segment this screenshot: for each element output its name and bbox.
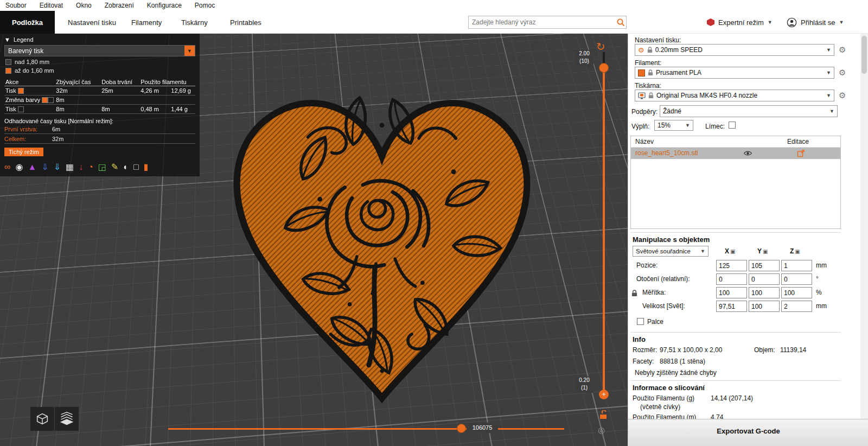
print-settings-value: 0.20mm SPEED xyxy=(655,46,824,54)
position-y-field[interactable] xyxy=(749,260,780,271)
shells-icon[interactable]: □ xyxy=(133,162,139,172)
stealth-mode-button[interactable]: Tichý režim xyxy=(4,148,43,156)
edit-object-icon[interactable] xyxy=(797,150,805,157)
menu-okno[interactable]: Okno xyxy=(76,2,92,9)
3d-view-button[interactable] xyxy=(30,407,54,431)
col-akce: Akce xyxy=(4,78,55,86)
add-color-change-button[interactable]: + xyxy=(599,390,609,399)
lock-open-icon[interactable] xyxy=(599,410,608,419)
color-swatch xyxy=(18,88,24,94)
color-swatch xyxy=(42,97,48,103)
scale-item: nad 1,80 mm xyxy=(5,59,200,65)
layer-slider-bottom-label: 0.20(1) xyxy=(575,377,593,393)
tab-podlozka[interactable]: Podložka xyxy=(0,11,55,34)
model-rose-heart[interactable] xyxy=(203,49,561,419)
colors-icon[interactable]: ◔ xyxy=(88,162,93,172)
view-type-select[interactable]: Barevný tisk ▼ xyxy=(4,45,195,56)
layers-view-button[interactable] xyxy=(55,407,79,431)
tool-icon[interactable]: ◉ xyxy=(15,162,23,172)
position-z-field[interactable] xyxy=(781,260,812,271)
export-gcode-button[interactable]: Exportovat G-code xyxy=(628,419,868,446)
scale-y-field[interactable] xyxy=(749,287,780,298)
size-y-field[interactable] xyxy=(749,301,780,312)
rotate-view-icon[interactable]: ↻ xyxy=(596,40,605,53)
scale-x-field[interactable] xyxy=(716,287,747,298)
chevron-down-icon: ▼ xyxy=(685,123,690,128)
feature-types-icon[interactable]: ◐ xyxy=(123,162,129,172)
infill-select[interactable]: 15% ▼ xyxy=(654,120,693,131)
infill-pattern-icon[interactable]: ▦ xyxy=(66,162,74,172)
name-column-header: Název xyxy=(635,138,654,145)
scale-z-field[interactable] xyxy=(781,287,812,298)
move-slider-value: 106075 xyxy=(467,423,498,433)
object-row[interactable]: rose_heart5_10cm.stl xyxy=(631,148,840,159)
menu-konfigurace[interactable]: Konfigurace xyxy=(147,2,182,9)
menu-pomoc[interactable]: Pomoc xyxy=(195,2,215,9)
deretractions-icon[interactable]: ⇓ xyxy=(54,162,61,172)
filament-select[interactable]: Prusament PLA ▼ xyxy=(635,67,834,79)
slicing-title: Informace o slicování xyxy=(633,384,705,392)
uniform-scale-lock-icon[interactable] xyxy=(631,290,637,297)
position-x-field[interactable] xyxy=(716,260,747,271)
size-z-field[interactable] xyxy=(781,301,812,312)
print-settings-gear-button[interactable]: ⚙ xyxy=(839,46,846,54)
edit-column-header: Editace xyxy=(787,138,809,145)
menu-zobrazeni[interactable]: Zobrazení xyxy=(105,2,134,9)
rotation-x-field[interactable] xyxy=(716,273,747,285)
axis-icon: ▣ xyxy=(763,249,768,254)
tab-tiskarny[interactable]: Tiskárny xyxy=(175,11,214,34)
printer-gear-button[interactable]: ⚙ xyxy=(839,91,846,100)
3d-viewport[interactable]: ▼ Legend Barevný tisk ▼ nad 1,80 mm až d… xyxy=(0,34,628,446)
first-layer-value: 6m xyxy=(52,126,60,132)
move-slider-track[interactable] xyxy=(168,428,564,430)
col-zbyvajici: Zbývající čas xyxy=(55,78,100,86)
print-settings-select[interactable]: ⚙ 0.20mm SPEED ▼ xyxy=(635,44,834,56)
printer-select[interactable]: Original Prusa MK4S HF0.4 nozzle ▼ xyxy=(635,90,834,101)
size-x-field[interactable] xyxy=(716,301,747,312)
infill-label: Výplň: xyxy=(631,123,649,130)
filament-gear-button[interactable]: ⚙ xyxy=(839,68,846,77)
eye-icon[interactable] xyxy=(744,150,752,156)
tab-nastaveni-tisku[interactable]: Nastavení tisku xyxy=(61,11,123,34)
volume-value: 11139,14 xyxy=(780,346,806,354)
col-doba: Doba trvání xyxy=(100,78,139,86)
expert-mode-selector[interactable]: Expertní režim ▼ xyxy=(707,11,773,34)
color-change-icon[interactable]: ↓ xyxy=(79,162,83,172)
slider-option-icon[interactable]: ◎ xyxy=(598,425,605,435)
rotation-y-field[interactable] xyxy=(749,273,780,285)
brim-checkbox[interactable] xyxy=(729,122,736,129)
layer-slider-handle[interactable] xyxy=(599,63,609,73)
search-input[interactable] xyxy=(469,18,615,26)
login-button[interactable]: Přihlásit se ▼ xyxy=(787,11,844,34)
search-box[interactable] xyxy=(468,16,627,29)
exit-icon[interactable]: ▮ xyxy=(144,162,149,172)
search-icon[interactable] xyxy=(615,18,626,27)
tab-filamenty[interactable]: Filamenty xyxy=(125,11,168,34)
dropdown-arrow-icon[interactable]: ▼ xyxy=(184,46,195,56)
pause-prints-icon[interactable]: ◲ xyxy=(98,162,106,172)
retractions-icon[interactable]: ⇓ xyxy=(41,162,48,172)
divider xyxy=(630,332,841,333)
size-label: Velikost [Svět]: xyxy=(642,302,685,310)
menu-editovat[interactable]: Editovat xyxy=(40,2,63,9)
legend-collapse[interactable]: ▼ Legend xyxy=(0,34,200,44)
layer-slider-track[interactable] xyxy=(603,67,605,393)
travel-moves-icon[interactable]: ∞ xyxy=(4,162,10,172)
rotation-z-field[interactable] xyxy=(781,273,812,285)
scrollbar-thumb[interactable] xyxy=(861,36,867,74)
inches-checkbox[interactable] xyxy=(637,318,644,325)
custom-gcode-icon[interactable]: ✎ xyxy=(111,162,118,172)
scale-unit: % xyxy=(816,289,822,296)
supports-select[interactable]: Žádné ▼ xyxy=(660,105,838,117)
rotation-unit: ° xyxy=(816,275,819,283)
size-unit: mm xyxy=(816,302,827,310)
move-slider-handle[interactable] xyxy=(457,424,466,433)
gear-icon: ⚙ xyxy=(638,46,644,54)
menu-soubor[interactable]: Soubor xyxy=(5,2,27,9)
lock-icon xyxy=(647,47,653,53)
tab-printables[interactable]: Printables xyxy=(224,11,268,34)
lock-icon xyxy=(648,69,653,76)
seams-icon[interactable]: ▲ xyxy=(28,162,36,172)
sidebar-scrollbar[interactable] xyxy=(860,34,868,419)
coordinates-select[interactable]: Světové souřadnice ▼ xyxy=(633,246,709,257)
